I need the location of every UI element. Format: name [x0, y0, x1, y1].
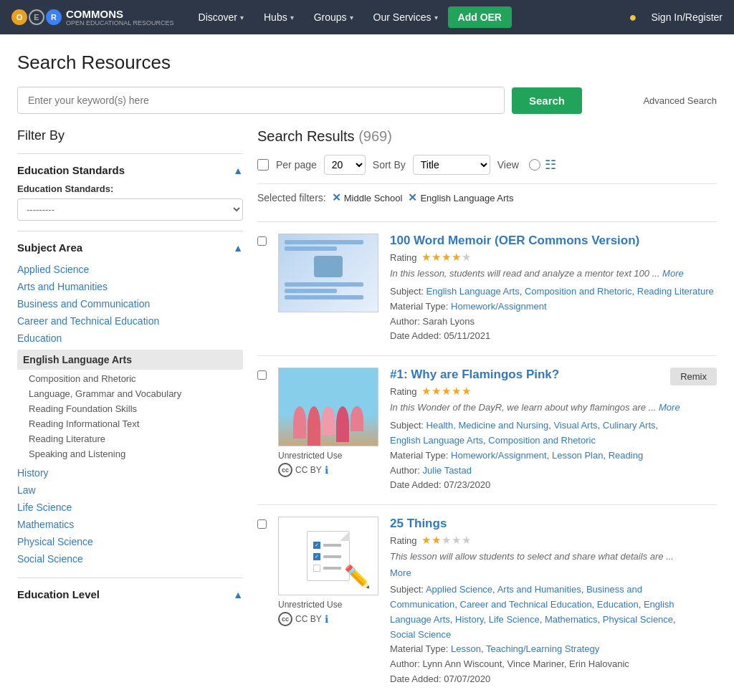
subject-link[interactable]: English Language Arts	[390, 435, 483, 446]
search-input[interactable]	[17, 87, 505, 114]
subject-link[interactable]: English Language Arts	[426, 286, 520, 297]
subject-link[interactable]: Mathematics	[545, 614, 598, 625]
card-1-rating: Rating ★★★★★	[390, 251, 717, 264]
search-button[interactable]: Search	[512, 87, 582, 114]
subject-link[interactable]: Applied Science	[426, 584, 492, 595]
subject-link[interactable]: Life Science	[489, 614, 540, 625]
list-item[interactable]: Reading Foundation Skills	[29, 401, 243, 416]
subject-arts-humanities[interactable]: Arts and Humanities	[17, 281, 108, 292]
subject-link[interactable]: Composition and Rhetoric	[488, 435, 596, 446]
subject-history[interactable]: History	[17, 467, 49, 479]
card-3-checkbox[interactable]	[257, 519, 267, 529]
list-item[interactable]: Reading Literature	[29, 431, 243, 446]
info-icon[interactable]: ℹ	[325, 613, 328, 625]
card-3-badge: Unrestricted Use cc CC BY ℹ	[278, 600, 378, 626]
signin-link[interactable]: Sign In/Register	[651, 11, 723, 23]
subject-link[interactable]: Reading Literature	[637, 286, 714, 297]
list-item[interactable]: Speaking and Listening	[29, 446, 243, 461]
material-type-link[interactable]: Homework/Assignment	[451, 450, 547, 461]
card-2-content: #1: Why are Flamingos Pink? Rating ★★★★★…	[390, 368, 717, 493]
education-level-header[interactable]: Education Level ▲	[17, 588, 243, 600]
remove-english-filter[interactable]: ✕	[408, 191, 417, 204]
subject-english-active[interactable]: English Language Arts	[17, 350, 243, 370]
material-type-link[interactable]: Teaching/Learning Strategy	[486, 643, 599, 654]
subject-link[interactable]: History	[455, 614, 483, 625]
advanced-search-link[interactable]: Advanced Search	[643, 95, 717, 106]
card-2-checkbox[interactable]	[257, 370, 267, 380]
nav-hubs[interactable]: Hubs ▾	[254, 0, 304, 34]
subject-applied-science[interactable]: Applied Science	[17, 264, 89, 275]
material-type-link[interactable]: Reading	[609, 450, 643, 461]
subject-link[interactable]: Composition and Rhetoric	[525, 286, 632, 297]
subject-link[interactable]: Visual Arts	[553, 420, 597, 431]
results-area: Search Results (969) Per page 20 50 100 …	[257, 128, 717, 699]
material-type-link[interactable]: Homework/Assignment	[451, 301, 547, 312]
education-standards-content: Education Standards: ---------	[17, 183, 243, 221]
add-oer-button[interactable]: Add OER	[448, 6, 512, 28]
edu-standards-select-label: Education Standards:	[17, 183, 243, 194]
view-list-icon[interactable]: ☷	[545, 157, 556, 173]
card-1-checkbox[interactable]	[257, 236, 267, 246]
list-item[interactable]: Language, Grammar and Vocabulary	[29, 386, 243, 401]
material-type-link[interactable]: Lesson Plan	[552, 450, 604, 461]
subject-link[interactable]: Business and	[586, 584, 642, 595]
subject-physical-science[interactable]: Physical Science	[17, 536, 93, 547]
logo[interactable]: O E R COMMONS OPEN EDUCATIONAL RESOURCES	[11, 9, 174, 27]
logo-text-block: COMMONS OPEN EDUCATIONAL RESOURCES	[66, 9, 174, 27]
list-item: Career and Technical Education	[17, 312, 243, 330]
card-1-meta: Subject: English Language Arts, Composit…	[390, 284, 717, 344]
author-link[interactable]: Julie Tastad	[423, 465, 472, 476]
card-3-more-link[interactable]: More	[390, 567, 717, 578]
sort-by-select[interactable]: Title Date Added Rating	[413, 155, 490, 175]
nav-discover[interactable]: Discover ▾	[189, 0, 254, 34]
subject-link[interactable]: Health, Medicine and Nursing	[426, 420, 549, 431]
card-3-title[interactable]: 25 Things	[390, 517, 717, 531]
subject-career[interactable]: Career and Technical Education	[17, 315, 159, 327]
subject-business[interactable]: Business and Communication	[17, 298, 150, 310]
list-item: Education	[17, 330, 243, 347]
subject-area-header[interactable]: Subject Area ▲	[17, 241, 243, 254]
list-item[interactable]: Reading Informational Text	[29, 416, 243, 431]
subject-life-science[interactable]: Life Science	[17, 502, 72, 513]
card-1-more-link[interactable]: More	[662, 268, 684, 279]
remove-middle-school-filter[interactable]: ✕	[332, 191, 341, 204]
edu-standards-select[interactable]: ---------	[17, 198, 243, 221]
subject-link[interactable]: Culinary Arts	[603, 420, 656, 431]
thumb-line	[285, 246, 337, 251]
subject-link[interactable]: Social Science	[390, 629, 451, 640]
subject-mathematics[interactable]: Mathematics	[17, 519, 74, 530]
card-2-more-link[interactable]: More	[659, 402, 680, 413]
list-item: Social Science	[17, 550, 243, 567]
education-level-section: Education Level ▲	[17, 577, 243, 618]
card-2-title[interactable]: #1: Why are Flamingos Pink?	[390, 368, 717, 382]
check-box: ✓	[313, 542, 320, 549]
subject-link[interactable]: Career and Technical Education	[460, 599, 592, 610]
subject-link[interactable]: Education	[597, 599, 639, 610]
material-type-link[interactable]: Lesson	[451, 643, 481, 654]
education-standards-header[interactable]: Education Standards ▲	[17, 164, 243, 176]
per-page-select[interactable]: 20 50 100	[324, 155, 366, 175]
list-item[interactable]: Composition and Rhetoric	[29, 371, 243, 386]
subject-link[interactable]: Communication	[390, 599, 454, 610]
select-all-checkbox[interactable]	[257, 159, 269, 171]
remix-button[interactable]: Remix	[670, 368, 717, 385]
services-chevron-icon: ▾	[434, 14, 438, 21]
subject-link[interactable]: Physical Science	[603, 614, 673, 625]
nav-groups[interactable]: Groups ▾	[304, 0, 363, 34]
info-icon[interactable]: ℹ	[325, 464, 328, 476]
sort-by-label: Sort By	[373, 159, 406, 171]
subject-social-science[interactable]: Social Science	[17, 553, 83, 565]
subject-law[interactable]: Law	[17, 484, 36, 496]
search-icon[interactable]: ●	[629, 10, 637, 25]
page-content: Search Resources Search Advanced Search …	[0, 34, 734, 699]
check-text	[323, 555, 341, 558]
subject-education[interactable]: Education	[17, 332, 62, 344]
subject-link[interactable]: Arts and Humanities	[497, 584, 581, 595]
subject-list: Applied Science Arts and Humanities Busi…	[17, 261, 243, 567]
nav-our-services[interactable]: Our Services ▾	[363, 0, 448, 34]
card-1-material: Material Type: Homework/Assignment	[390, 299, 717, 315]
card-1-title[interactable]: 100 Word Memoir (OER Commons Version)	[390, 234, 717, 248]
card-3-material: Material Type: Lesson, Teaching/Learning…	[390, 642, 717, 657]
card-3-subjects: Subject: Applied Science, Arts and Human…	[390, 582, 717, 642]
view-grid-button[interactable]	[529, 159, 540, 171]
